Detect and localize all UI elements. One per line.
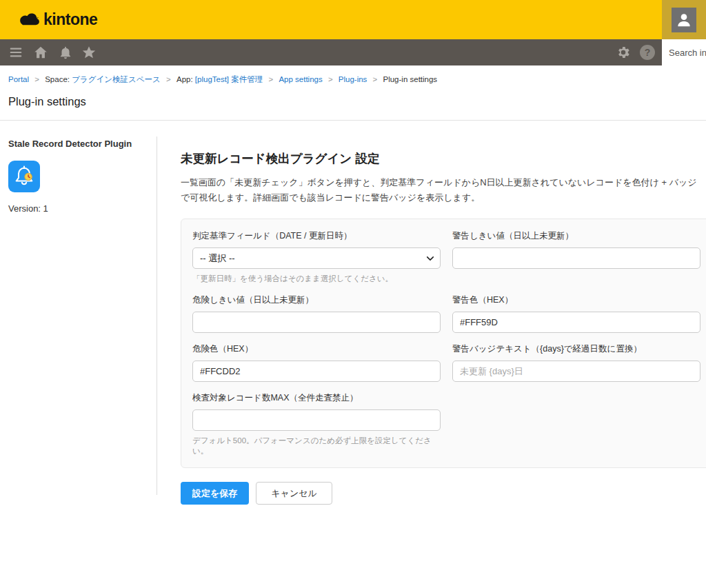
breadcrumb: Portal > Space: プラグイン検証スペース > App: [plug… <box>8 74 698 85</box>
field-warn-color: 警告色（HEX） <box>452 294 700 333</box>
badge-text-input[interactable] <box>452 361 700 382</box>
warn-threshold-label: 警告しきい値（日以上未更新） <box>452 230 700 242</box>
title-divider <box>0 120 706 121</box>
navbar: ? <box>0 39 706 65</box>
breadcrumb-portal-link[interactable]: Portal <box>8 75 29 83</box>
user-icon <box>675 11 693 29</box>
base-field-select[interactable]: -- 選択 -- <box>192 247 441 269</box>
danger-threshold-label: 危険しきい値（日以上未更新） <box>192 294 441 306</box>
field-danger-color: 危険色（HEX） <box>192 343 441 382</box>
field-base-field: 判定基準フィールド（DATE / 更新日時） -- 選択 -- 「更新日時」を使… <box>192 230 441 284</box>
field-warn-threshold: 警告しきい値（日以上未更新） <box>452 230 700 269</box>
breadcrumb-space-prefix: Space: <box>45 75 70 83</box>
avatar <box>672 8 696 32</box>
plugin-sidebar: Stale Record Detector Plugin Version: 1 <box>8 139 150 214</box>
app-header: kintone <box>0 0 706 39</box>
kintone-logo[interactable]: kintone <box>18 10 97 29</box>
save-button[interactable]: 設定を保存 <box>181 482 249 505</box>
help-glyph: ? <box>645 47 651 58</box>
warn-color-input[interactable] <box>452 312 700 333</box>
settings-description: 一覧画面の「未更新チェック」ボタンを押すと、判定基準フィールドからN日以上更新さ… <box>181 175 699 205</box>
settings-gear-icon[interactable] <box>616 45 631 60</box>
plugin-version: Version: 1 <box>8 203 150 214</box>
base-field-label: 判定基準フィールド（DATE / 更新日時） <box>192 230 441 242</box>
content: Stale Record Detector Plugin Version: 1 … <box>0 126 706 588</box>
breadcrumb-space-link[interactable]: プラグイン検証スペース <box>72 75 161 83</box>
field-badge-text: 警告バッジテキスト（{days}で経過日数に置換） <box>452 343 700 382</box>
badge-text-label: 警告バッジテキスト（{days}で経過日数に置換） <box>452 343 700 355</box>
breadcrumb-separator: > <box>373 75 378 83</box>
warn-color-label: 警告色（HEX） <box>452 294 700 306</box>
base-field-select-wrap: -- 選択 -- <box>192 247 441 269</box>
settings-title: 未更新レコード検出プラグイン 設定 <box>181 150 706 167</box>
breadcrumb-app-link[interactable]: [plugTest] 案件管理 <box>195 75 263 83</box>
cloud-icon <box>18 11 41 28</box>
plugin-settings-main: 未更新レコード検出プラグイン 設定 一覧画面の「未更新チェック」ボタンを押すと、… <box>181 126 706 505</box>
danger-color-input[interactable] <box>192 361 441 382</box>
breadcrumb-separator: > <box>328 75 333 83</box>
logo-text: kintone <box>43 10 97 29</box>
form-grid: 判定基準フィールド（DATE / 更新日時） -- 選択 -- 「更新日時」を使… <box>192 230 706 456</box>
plugin-icon <box>8 161 40 192</box>
breadcrumb-separator: > <box>34 75 39 83</box>
plugin-name: Stale Record Detector Plugin <box>8 139 150 149</box>
breadcrumb-app-prefix: App: <box>176 75 193 83</box>
breadcrumb-current: Plug-in settings <box>383 75 438 83</box>
settings-form-panel: 判定基準フィールド（DATE / 更新日時） -- 選択 -- 「更新日時」を使… <box>181 219 706 468</box>
favorites-star-icon[interactable] <box>81 45 97 60</box>
max-records-input[interactable] <box>192 409 441 431</box>
base-field-help: 「更新日時」を使う場合はそのまま選択してください。 <box>192 274 441 284</box>
cancel-button[interactable]: キャンセル <box>256 482 332 505</box>
bell-clock-icon <box>10 163 38 190</box>
field-max-records: 検査対象レコード数MAX（全件走査禁止） デフォルト500。パフォーマンスのため… <box>192 392 441 456</box>
form-actions: 設定を保存 キャンセル <box>181 482 706 505</box>
max-records-label: 検査対象レコード数MAX（全件走査禁止） <box>192 392 441 404</box>
breadcrumb-app-settings-link[interactable]: App settings <box>279 75 322 83</box>
vertical-divider <box>157 136 157 495</box>
warn-threshold-input[interactable] <box>452 247 700 269</box>
field-danger-threshold: 危険しきい値（日以上未更新） <box>192 294 441 333</box>
home-icon[interactable] <box>33 45 48 60</box>
danger-threshold-input[interactable] <box>192 312 441 333</box>
page-title: Plug-in settings <box>8 95 698 108</box>
notifications-bell-icon[interactable] <box>58 45 73 60</box>
breadcrumb-plugins-link[interactable]: Plug-ins <box>339 75 367 83</box>
breadcrumb-separator: > <box>268 75 273 83</box>
search-input[interactable] <box>662 39 706 65</box>
danger-color-label: 危険色（HEX） <box>192 343 441 355</box>
hamburger-menu-icon[interactable] <box>8 45 23 60</box>
breadcrumb-separator: > <box>166 75 171 83</box>
help-icon[interactable]: ? <box>640 45 655 60</box>
user-menu-button[interactable] <box>662 0 706 39</box>
max-records-help: デフォルト500。パフォーマンスのため必ず上限を設定してください。 <box>192 436 441 456</box>
